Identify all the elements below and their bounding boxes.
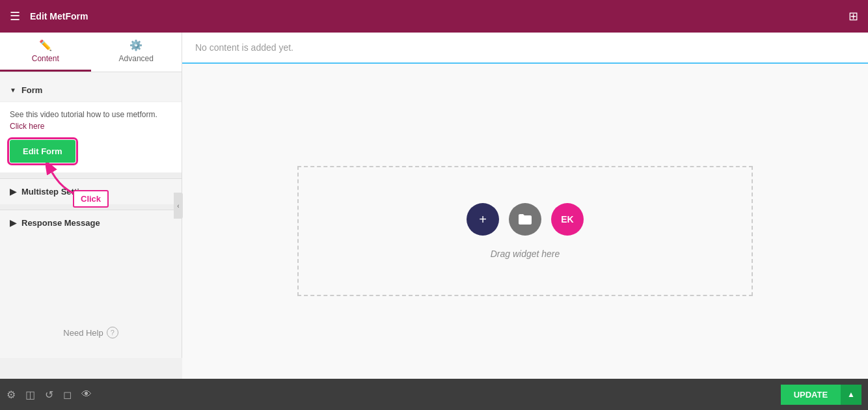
folder-svg	[518, 213, 532, 225]
help-icon[interactable]: ?	[107, 327, 118, 338]
canvas-notice: No content is added yet.	[182, 33, 868, 64]
advanced-icon: ⚙️	[129, 39, 142, 51]
multistep-section-header[interactable]: ▶ Multistep Settings	[0, 178, 182, 204]
responsive-icon[interactable]: ◻	[63, 389, 72, 401]
response-label: Response Message	[21, 218, 100, 228]
form-arrow-icon: ▼	[10, 87, 16, 94]
folder-icon[interactable]	[509, 203, 541, 236]
response-section-header[interactable]: ▶ Response Message	[0, 210, 182, 236]
form-section-header[interactable]: ▼ Form	[0, 79, 182, 102]
empty-space	[0, 236, 182, 314]
menu-icon[interactable]: ☰	[10, 9, 20, 23]
separator1	[0, 173, 182, 178]
preview-icon[interactable]: 👁	[81, 389, 92, 400]
separator2	[0, 204, 182, 210]
edit-form-button[interactable]: Edit Form	[10, 140, 75, 163]
content-icon: ✏️	[39, 39, 52, 51]
need-help-label: Need Help	[63, 328, 103, 338]
layers-icon[interactable]: ◫	[25, 389, 35, 401]
tab-advanced[interactable]: ⚙️ Advanced	[91, 33, 182, 72]
update-dropdown-button[interactable]: ▲	[841, 385, 861, 405]
tab-advanced-label: Advanced	[119, 54, 154, 63]
tabs: ✏️ Content ⚙️ Advanced	[0, 33, 182, 72]
form-section-label: Form	[21, 85, 43, 95]
sidebar-content: ▼ Form See this video tutorial how to us…	[0, 72, 182, 358]
tab-content[interactable]: ✏️ Content	[0, 33, 91, 72]
top-bar-title: Edit MetForm	[30, 11, 88, 21]
ek-icon[interactable]: EK	[551, 203, 584, 236]
collapse-handle[interactable]: ‹	[174, 193, 183, 219]
drag-text: Drag widget here	[491, 249, 560, 259]
canvas-notice-text: No content is added yet.	[195, 42, 293, 53]
multistep-label: Multistep Settings	[21, 187, 94, 197]
grid-icon[interactable]: ⊞	[848, 9, 858, 23]
settings-icon[interactable]: ⚙	[7, 389, 16, 401]
tutorial-text: See this video tutorial how to use metfo…	[10, 109, 172, 132]
form-section: ▼ Form See this video tutorial how to us…	[0, 79, 182, 173]
tutorial-link[interactable]: Click here	[10, 122, 44, 131]
update-btn-group: UPDATE ▲	[781, 385, 861, 405]
canvas-area: No content is added yet. + EK	[182, 33, 868, 379]
form-section-body: See this video tutorial how to use metfo…	[0, 102, 182, 173]
drop-zone[interactable]: + EK Drag widget here	[297, 166, 753, 296]
top-bar: ☰ Edit MetForm ⊞	[0, 0, 868, 33]
multistep-arrow-icon: ▶	[10, 187, 16, 197]
update-button[interactable]: UPDATE	[781, 385, 841, 405]
add-widget-icon[interactable]: +	[467, 203, 499, 236]
canvas-content: + EK Drag widget here	[182, 64, 868, 379]
response-arrow-icon: ▶	[10, 218, 16, 228]
drop-icons: + EK	[467, 203, 584, 236]
sidebar: ✏️ Content ⚙️ Advanced ▼ Form	[0, 33, 182, 358]
need-help: Need Help ?	[0, 314, 182, 351]
tab-content-label: Content	[32, 54, 59, 63]
bottom-bar: ⚙ ◫ ↺ ◻ 👁 UPDATE ▲	[0, 379, 868, 410]
history-icon[interactable]: ↺	[45, 389, 53, 401]
